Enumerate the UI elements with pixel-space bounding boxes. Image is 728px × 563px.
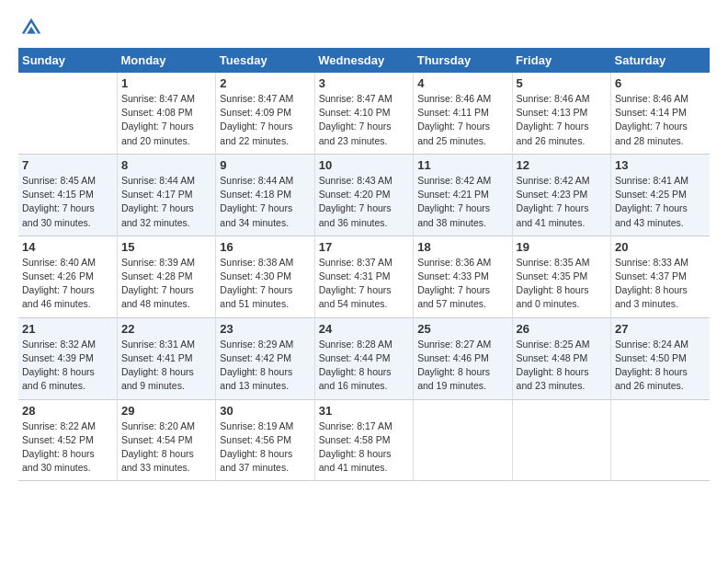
day-info: Sunrise: 8:27 AM Sunset: 4:46 PM Dayligh… <box>417 338 507 394</box>
day-number: 14 <box>22 240 113 254</box>
day-number: 16 <box>220 240 310 254</box>
col-header-sunday: Sunday <box>18 48 117 73</box>
day-number: 7 <box>22 158 113 172</box>
calendar-cell <box>512 399 610 481</box>
day-info: Sunrise: 8:36 AM Sunset: 4:33 PM Dayligh… <box>417 256 507 312</box>
day-info: Sunrise: 8:22 AM Sunset: 4:52 PM Dayligh… <box>22 419 113 476</box>
day-info: Sunrise: 8:44 AM Sunset: 4:18 PM Dayligh… <box>220 174 310 230</box>
col-header-friday: Friday <box>512 48 610 73</box>
calendar-cell: 6Sunrise: 8:46 AM Sunset: 4:14 PM Daylig… <box>611 73 710 154</box>
calendar-cell: 18Sunrise: 8:36 AM Sunset: 4:33 PM Dayli… <box>414 236 512 317</box>
day-info: Sunrise: 8:41 AM Sunset: 4:25 PM Dayligh… <box>615 174 706 230</box>
calendar-cell <box>414 399 512 481</box>
col-header-saturday: Saturday <box>611 48 710 73</box>
day-number: 9 <box>220 158 310 172</box>
calendar-cell: 24Sunrise: 8:28 AM Sunset: 4:44 PM Dayli… <box>314 317 413 399</box>
calendar-cell: 5Sunrise: 8:46 AM Sunset: 4:13 PM Daylig… <box>512 73 610 154</box>
calendar-week-row: 7Sunrise: 8:45 AM Sunset: 4:15 PM Daylig… <box>18 154 710 236</box>
calendar-cell: 21Sunrise: 8:32 AM Sunset: 4:39 PM Dayli… <box>18 317 117 399</box>
day-info: Sunrise: 8:32 AM Sunset: 4:39 PM Dayligh… <box>22 338 113 394</box>
day-number: 5 <box>517 76 607 90</box>
page-header <box>18 15 710 40</box>
day-number: 26 <box>517 322 607 336</box>
day-number: 11 <box>417 158 507 172</box>
day-number: 20 <box>615 240 706 254</box>
day-number: 3 <box>319 76 409 90</box>
calendar-week-row: 28Sunrise: 8:22 AM Sunset: 4:52 PM Dayli… <box>18 399 710 481</box>
calendar-cell <box>18 73 117 154</box>
logo-icon <box>18 15 44 40</box>
calendar-week-row: 21Sunrise: 8:32 AM Sunset: 4:39 PM Dayli… <box>18 317 710 399</box>
day-number: 8 <box>121 158 211 172</box>
calendar-cell: 3Sunrise: 8:47 AM Sunset: 4:10 PM Daylig… <box>314 73 413 154</box>
calendar-cell: 11Sunrise: 8:42 AM Sunset: 4:21 PM Dayli… <box>414 154 512 236</box>
calendar-body: 1Sunrise: 8:47 AM Sunset: 4:08 PM Daylig… <box>18 73 710 481</box>
calendar-cell: 2Sunrise: 8:47 AM Sunset: 4:09 PM Daylig… <box>216 73 314 154</box>
day-number: 19 <box>517 240 607 254</box>
day-number: 29 <box>121 404 211 418</box>
day-info: Sunrise: 8:20 AM Sunset: 4:54 PM Dayligh… <box>121 419 211 476</box>
calendar-header-row: SundayMondayTuesdayWednesdayThursdayFrid… <box>18 48 710 73</box>
logo <box>18 15 48 40</box>
day-number: 22 <box>121 322 211 336</box>
day-info: Sunrise: 8:47 AM Sunset: 4:10 PM Dayligh… <box>319 92 409 148</box>
day-info: Sunrise: 8:44 AM Sunset: 4:17 PM Dayligh… <box>121 174 211 230</box>
calendar-week-row: 14Sunrise: 8:40 AM Sunset: 4:26 PM Dayli… <box>18 236 710 317</box>
day-info: Sunrise: 8:42 AM Sunset: 4:23 PM Dayligh… <box>517 174 607 230</box>
calendar-cell: 17Sunrise: 8:37 AM Sunset: 4:31 PM Dayli… <box>314 236 413 317</box>
day-number: 24 <box>319 322 409 336</box>
day-number: 1 <box>121 76 211 90</box>
day-number: 27 <box>615 322 706 336</box>
calendar-cell: 12Sunrise: 8:42 AM Sunset: 4:23 PM Dayli… <box>512 154 610 236</box>
day-number: 6 <box>615 76 706 90</box>
day-info: Sunrise: 8:29 AM Sunset: 4:42 PM Dayligh… <box>220 338 310 394</box>
day-info: Sunrise: 8:33 AM Sunset: 4:37 PM Dayligh… <box>615 256 706 312</box>
calendar-cell: 8Sunrise: 8:44 AM Sunset: 4:17 PM Daylig… <box>117 154 215 236</box>
calendar-cell: 28Sunrise: 8:22 AM Sunset: 4:52 PM Dayli… <box>18 399 117 481</box>
day-info: Sunrise: 8:46 AM Sunset: 4:11 PM Dayligh… <box>417 92 507 148</box>
col-header-thursday: Thursday <box>414 48 512 73</box>
day-number: 15 <box>121 240 211 254</box>
day-info: Sunrise: 8:31 AM Sunset: 4:41 PM Dayligh… <box>121 338 211 394</box>
day-info: Sunrise: 8:40 AM Sunset: 4:26 PM Dayligh… <box>22 256 113 312</box>
day-info: Sunrise: 8:17 AM Sunset: 4:58 PM Dayligh… <box>319 419 409 476</box>
day-number: 2 <box>220 76 310 90</box>
day-info: Sunrise: 8:47 AM Sunset: 4:09 PM Dayligh… <box>220 92 310 148</box>
calendar-cell: 29Sunrise: 8:20 AM Sunset: 4:54 PM Dayli… <box>117 399 215 481</box>
day-number: 12 <box>517 158 607 172</box>
calendar-cell: 14Sunrise: 8:40 AM Sunset: 4:26 PM Dayli… <box>18 236 117 317</box>
day-number: 31 <box>319 404 409 418</box>
calendar-cell: 19Sunrise: 8:35 AM Sunset: 4:35 PM Dayli… <box>512 236 610 317</box>
calendar-cell: 27Sunrise: 8:24 AM Sunset: 4:50 PM Dayli… <box>611 317 710 399</box>
day-info: Sunrise: 8:45 AM Sunset: 4:15 PM Dayligh… <box>22 174 113 230</box>
calendar-cell: 25Sunrise: 8:27 AM Sunset: 4:46 PM Dayli… <box>414 317 512 399</box>
calendar-cell: 4Sunrise: 8:46 AM Sunset: 4:11 PM Daylig… <box>414 73 512 154</box>
day-number: 28 <box>22 404 113 418</box>
calendar-cell: 31Sunrise: 8:17 AM Sunset: 4:58 PM Dayli… <box>314 399 413 481</box>
day-info: Sunrise: 8:46 AM Sunset: 4:14 PM Dayligh… <box>615 92 706 148</box>
day-number: 10 <box>319 158 409 172</box>
day-number: 25 <box>417 322 507 336</box>
calendar-cell: 7Sunrise: 8:45 AM Sunset: 4:15 PM Daylig… <box>18 154 117 236</box>
day-info: Sunrise: 8:25 AM Sunset: 4:48 PM Dayligh… <box>517 338 607 394</box>
day-number: 30 <box>220 404 310 418</box>
calendar-cell: 13Sunrise: 8:41 AM Sunset: 4:25 PM Dayli… <box>611 154 710 236</box>
calendar-cell <box>611 399 710 481</box>
col-header-wednesday: Wednesday <box>314 48 413 73</box>
day-number: 23 <box>220 322 310 336</box>
calendar-cell: 15Sunrise: 8:39 AM Sunset: 4:28 PM Dayli… <box>117 236 215 317</box>
day-info: Sunrise: 8:46 AM Sunset: 4:13 PM Dayligh… <box>517 92 607 148</box>
calendar-cell: 23Sunrise: 8:29 AM Sunset: 4:42 PM Dayli… <box>216 317 314 399</box>
day-number: 13 <box>615 158 706 172</box>
col-header-monday: Monday <box>117 48 215 73</box>
col-header-tuesday: Tuesday <box>216 48 314 73</box>
day-info: Sunrise: 8:38 AM Sunset: 4:30 PM Dayligh… <box>220 256 310 312</box>
calendar-table: SundayMondayTuesdayWednesdayThursdayFrid… <box>18 48 710 481</box>
day-number: 21 <box>22 322 113 336</box>
calendar-cell: 20Sunrise: 8:33 AM Sunset: 4:37 PM Dayli… <box>611 236 710 317</box>
calendar-cell: 22Sunrise: 8:31 AM Sunset: 4:41 PM Dayli… <box>117 317 215 399</box>
calendar-cell: 10Sunrise: 8:43 AM Sunset: 4:20 PM Dayli… <box>314 154 413 236</box>
day-info: Sunrise: 8:28 AM Sunset: 4:44 PM Dayligh… <box>319 338 409 394</box>
calendar-cell: 30Sunrise: 8:19 AM Sunset: 4:56 PM Dayli… <box>216 399 314 481</box>
calendar-cell: 9Sunrise: 8:44 AM Sunset: 4:18 PM Daylig… <box>216 154 314 236</box>
